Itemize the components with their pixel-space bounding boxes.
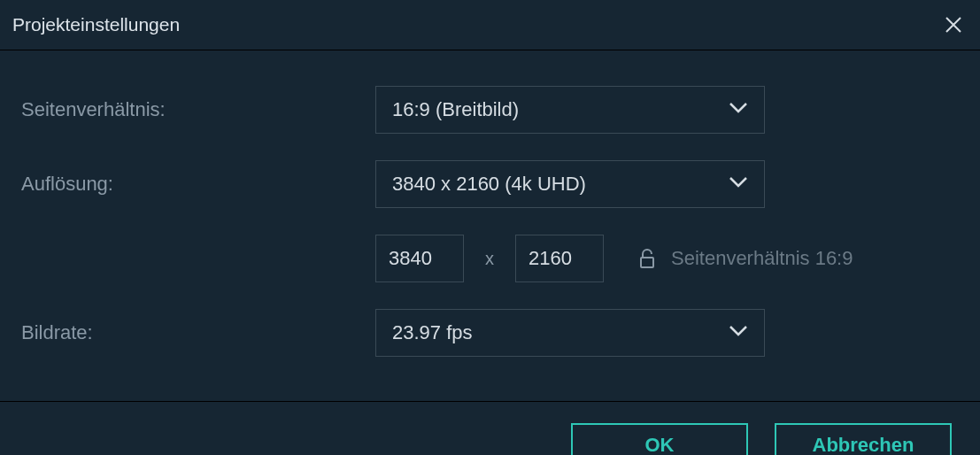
dimension-separator: x <box>464 249 515 269</box>
resolution-select[interactable]: 3840 x 2160 (4k UHD) <box>375 160 765 208</box>
unlock-icon[interactable] <box>639 249 655 268</box>
cancel-button[interactable]: Abbrechen <box>775 423 952 455</box>
resolution-detail-row: x Seitenverhältnis 16:9 <box>375 235 959 282</box>
width-input[interactable] <box>375 235 464 282</box>
ratio-locked-text: Seitenverhältnis 16:9 <box>671 247 853 270</box>
framerate-label: Bildrate: <box>21 321 375 344</box>
height-input[interactable] <box>515 235 604 282</box>
dialog-footer: OK Abbrechen <box>0 402 980 455</box>
framerate-row: Bildrate: 23.97 fps <box>21 309 959 357</box>
dialog-title: Projekteinstellungen <box>12 14 180 35</box>
aspect-ratio-select[interactable]: 16:9 (Breitbild) <box>375 86 765 134</box>
svg-rect-0 <box>641 258 653 267</box>
aspect-ratio-row: Seitenverhältnis: 16:9 (Breitbild) <box>21 86 959 134</box>
framerate-select[interactable]: 23.97 fps <box>375 309 765 357</box>
dialog-content: Seitenverhältnis: 16:9 (Breitbild) Auflö… <box>0 50 980 402</box>
chevron-down-icon <box>729 102 748 118</box>
aspect-ratio-label: Seitenverhältnis: <box>21 98 375 121</box>
aspect-ratio-value: 16:9 (Breitbild) <box>392 98 519 121</box>
dialog-header: Projekteinstellungen <box>0 0 980 50</box>
resolution-label: Auflösung: <box>21 173 375 196</box>
ok-button[interactable]: OK <box>571 423 748 455</box>
resolution-row: Auflösung: 3840 x 2160 (4k UHD) <box>21 160 959 208</box>
close-icon[interactable] <box>945 16 962 34</box>
resolution-value: 3840 x 2160 (4k UHD) <box>392 173 586 196</box>
framerate-value: 23.97 fps <box>392 321 473 344</box>
chevron-down-icon <box>729 325 748 341</box>
chevron-down-icon <box>729 176 748 192</box>
